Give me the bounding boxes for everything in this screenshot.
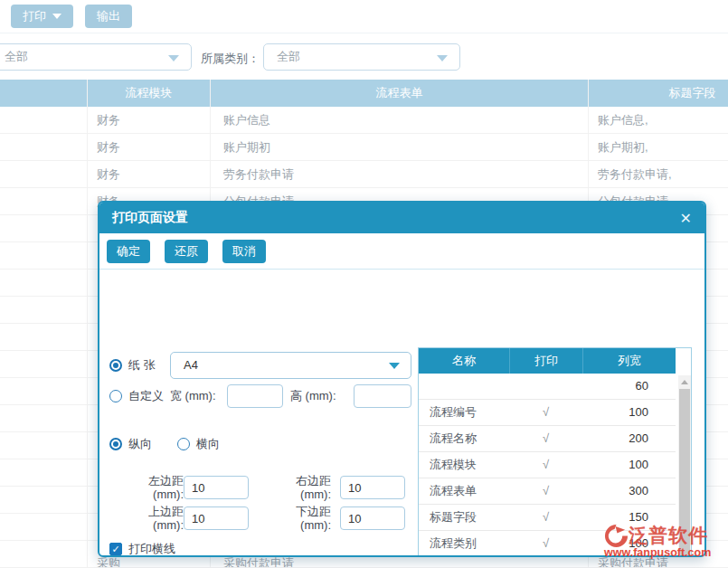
table-row[interactable]: 财务 账户期初 账户期初, [0, 134, 728, 161]
watermark-url: www.fanpusoft.com [604, 546, 711, 559]
grid-row[interactable]: 流程编号 √ 100 [419, 400, 676, 426]
top-margin-input[interactable] [184, 506, 249, 530]
dialog-body: 纸 张 A4 自定义 宽 (mm): 高 (mm): 纵向 横向 左边距(mm)… [99, 270, 704, 555]
category-filter-dropdown[interactable]: 全部 [263, 43, 460, 71]
landscape-radio-label: 横向 [196, 436, 220, 452]
export-button[interactable]: 输出 [85, 5, 132, 28]
paper-radio-label: 纸 张 [128, 357, 156, 374]
column-header-title: 标题字段 [589, 80, 728, 107]
toolbar: 打印 输出 [0, 0, 728, 33]
custom-size-radio[interactable] [109, 390, 122, 402]
restore-button[interactable]: 还原 [165, 240, 208, 263]
cell-title: 劳务付款申请, [589, 161, 728, 187]
fanpu-logo-icon [604, 524, 629, 548]
print-button-label: 打印 [23, 8, 46, 24]
dropdown-arrow-icon [389, 363, 400, 369]
cell-module: 财务 [88, 161, 211, 187]
custom-height-input[interactable] [354, 384, 411, 408]
ok-button[interactable]: 确定 [107, 240, 150, 263]
print-hlines-checkbox[interactable]: ✓ [109, 543, 122, 555]
module-filter-dropdown[interactable]: 全部 [0, 43, 192, 71]
grid-column-width: 列宽 [582, 348, 676, 374]
custom-size-radio-label: 自定义 [128, 388, 164, 404]
close-icon[interactable]: ✕ [680, 210, 692, 227]
portrait-radio-label: 纵向 [128, 436, 152, 452]
watermark-brand: 泛普软件 [629, 523, 708, 548]
grid-header: 名称 打印 列宽 [419, 348, 676, 374]
chevron-down-icon [52, 14, 61, 19]
process-table-header: 流程模块 流程表单 标题字段 [0, 80, 728, 107]
cancel-button[interactable]: 取消 [222, 240, 266, 263]
left-margin-input[interactable] [184, 476, 249, 499]
column-header-form: 流程表单 [211, 80, 589, 107]
portrait-radio[interactable] [109, 438, 122, 450]
table-row[interactable]: 财务 账户信息 账户信息, [0, 107, 728, 134]
watermark: 泛普软件 www.fanpusoft.com [604, 523, 711, 559]
bottom-margin-input[interactable] [340, 506, 405, 530]
paper-size-select[interactable]: A4 [170, 352, 411, 379]
grid-column-name: 名称 [419, 348, 509, 374]
cell-form: 账户信息 [211, 107, 589, 133]
print-settings-dialog: 打印页面设置 ✕ 确定 还原 取消 纸 张 A4 自定义 宽 (mm): 高 (… [98, 201, 706, 557]
column-header-empty [0, 80, 88, 107]
grid-row[interactable]: 流程表单 √ 300 [419, 478, 676, 505]
dialog-button-row: 确定 还原 取消 [99, 233, 704, 270]
dropdown-arrow-icon [168, 55, 179, 62]
dialog-header: 打印页面设置 ✕ [99, 203, 704, 233]
custom-width-label: 宽 (mm): [170, 388, 216, 404]
dropdown-arrow-icon [437, 55, 448, 62]
right-margin-label: 右边距(mm): [272, 474, 331, 501]
cell-title: 账户信息, [589, 107, 728, 133]
left-margin-label: 左边距(mm): [125, 474, 184, 501]
paper-size-value: A4 [184, 358, 198, 372]
table-row[interactable]: 财务 劳务付款申请 劳务付款申请, [0, 161, 728, 188]
column-header-module: 流程模块 [88, 80, 211, 107]
dialog-title: 打印页面设置 [112, 210, 680, 226]
grid-row[interactable]: 流程名称 √ 200 [419, 426, 676, 452]
grid-row[interactable]: 60 [419, 374, 676, 400]
right-margin-input[interactable] [340, 476, 405, 499]
cell-module: 财务 [88, 107, 211, 133]
scroll-up-icon[interactable] [681, 380, 688, 384]
grid-column-print: 打印 [509, 348, 582, 374]
export-button-label: 输出 [97, 8, 120, 24]
cell-form: 账户期初 [211, 134, 589, 160]
cell-module: 财务 [88, 134, 211, 160]
landscape-radio[interactable] [177, 438, 190, 450]
category-filter-value: 全部 [277, 49, 300, 65]
filter-bar: 全部 所属类别： 全部 [0, 33, 728, 80]
custom-height-label: 高 (mm): [290, 388, 336, 404]
cell-title: 账户期初, [589, 134, 728, 160]
top-margin-label: 上边距(mm): [125, 505, 184, 532]
category-filter-label: 所属类别： [201, 51, 260, 67]
cell-form: 劳务付款申请 [211, 161, 589, 187]
bottom-margin-label: 下边距(mm): [272, 505, 331, 532]
grid-row[interactable]: 流程模块 √ 100 [419, 452, 676, 478]
paper-radio[interactable] [109, 359, 122, 372]
print-hlines-label: 打印横线 [128, 541, 175, 557]
custom-width-input[interactable] [227, 384, 283, 408]
print-button[interactable]: 打印 [11, 5, 73, 28]
module-filter-value: 全部 [5, 49, 28, 65]
